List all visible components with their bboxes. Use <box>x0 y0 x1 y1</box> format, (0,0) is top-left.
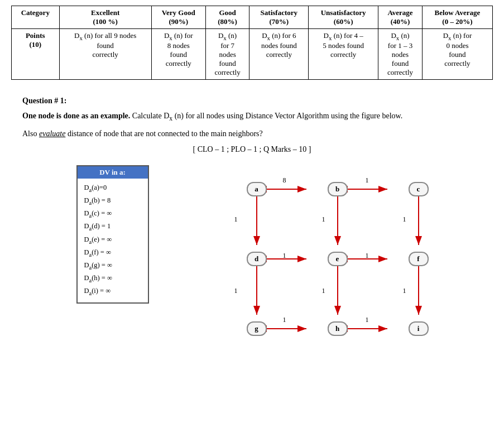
node-b: b <box>328 182 348 196</box>
col-average: Average(40%) <box>378 6 423 29</box>
col-category: Category <box>12 6 60 29</box>
dv-row-c: Da(c) = ∞ <box>84 208 141 220</box>
cell-below-average: Dx (n) for0 nodesfoundcorrectly <box>422 29 492 80</box>
question-section: Question # 1: One node is done as an exa… <box>11 91 493 349</box>
grading-table: Category Excellent(100 %) Very Good(90%)… <box>11 6 493 80</box>
dv-row-b: Da(b) = 8 <box>84 195 141 208</box>
node-d: d <box>247 252 267 266</box>
dv-row-d: Da(d) = 1 <box>84 220 141 233</box>
node-a: a <box>247 182 267 196</box>
row-points-label: Points(10) <box>12 29 60 80</box>
edge-label-hi: 1 <box>366 316 369 324</box>
col-below-average: Below Average(0 – 20%) <box>422 6 492 29</box>
cell-excellent: Dx (n) for all 9 nodesfoundcorrectly <box>59 29 151 80</box>
dv-row-e: Da(e) = ∞ <box>84 234 141 247</box>
dv-row-h: Da(h) = ∞ <box>84 272 141 285</box>
cell-satisfactory: Dx (n) for 6nodes foundcorrectly <box>249 29 309 80</box>
edge-label-be: 1 <box>322 215 325 224</box>
diagram-area: DV in a: Da(a)=0 Da(b) = 8 Da(c) = ∞ Da(… <box>22 165 482 344</box>
node-f: f <box>409 252 429 266</box>
edge-label-fi: 1 <box>403 287 406 295</box>
bold-intro: One node is done as an example. <box>22 112 130 120</box>
edge-label-eh: 1 <box>322 287 325 295</box>
node-e: e <box>328 252 348 266</box>
dv-row-a: Da(a)=0 <box>84 182 141 195</box>
dv-box-header: DV in a: <box>78 166 148 179</box>
edge-label-dg: 1 <box>234 287 238 295</box>
question-body-2: Also evaluate distance of node that are … <box>22 128 482 140</box>
edge-label-ab: 8 <box>283 176 286 185</box>
col-unsatisfactory: Unsatisfactory(60%) <box>309 6 378 29</box>
edge-label-ad: 1 <box>234 215 238 224</box>
question-body-1: One node is done as an example. Calculat… <box>22 110 482 123</box>
node-h: h <box>328 321 348 336</box>
edge-label-ef: 1 <box>366 252 369 260</box>
col-satisfactory: Satisfactory(70%) <box>249 6 309 29</box>
edge-label-de: 1 <box>283 252 286 260</box>
edge-label-cf: 1 <box>403 215 406 224</box>
node-i: i <box>409 321 429 336</box>
edge-label-bc: 1 <box>366 176 369 185</box>
question-title: Question # 1: <box>22 97 482 105</box>
cell-very-good: Dx (n) for8 nodesfoundcorrectly <box>151 29 205 80</box>
col-good: Good(80%) <box>205 6 249 29</box>
dv-row-f: Da(f) = ∞ <box>84 247 141 259</box>
diagram-svg <box>160 165 428 344</box>
network-diagram: a b c d e f g h i 8 1 1 1 1 1 1 1 <box>160 165 428 344</box>
edge-label-gh: 1 <box>283 316 286 324</box>
node-c: c <box>409 182 429 196</box>
evaluate-word: evaluate <box>39 129 65 138</box>
col-excellent: Excellent(100 %) <box>59 6 151 29</box>
dv-row-i: Da(i) = ∞ <box>84 285 141 298</box>
dv-box: DV in a: Da(a)=0 Da(b) = 8 Da(c) = ∞ Da(… <box>76 165 149 304</box>
cell-good: Dx (n)for 7nodesfoundcorrectly <box>205 29 249 80</box>
dv-row-g: Da(g) = ∞ <box>84 259 141 272</box>
cell-unsatisfactory: Dx (n) for 4 –5 nodes foundcorrectly <box>309 29 378 80</box>
clo-marks: [ CLO – 1 ; PLO – 1 ; Q Marks – 10 ] <box>22 145 482 154</box>
col-very-good: Very Good(90%) <box>151 6 205 29</box>
node-g: g <box>247 321 267 336</box>
cell-average: Dx (n)for 1 – 3nodesfoundcorrectly <box>378 29 423 80</box>
